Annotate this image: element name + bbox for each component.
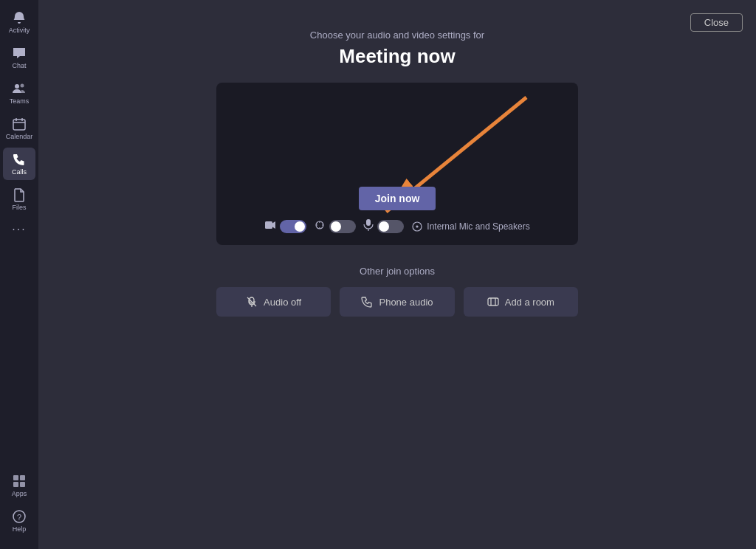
svg-text:?: ? <box>17 513 21 522</box>
svg-point-1 <box>21 84 24 88</box>
phone-audio-icon <box>361 296 373 308</box>
sidebar-item-chat[interactable]: Chat <box>3 41 35 74</box>
blur-toggle[interactable] <box>329 220 356 233</box>
svg-rect-8 <box>13 482 18 487</box>
svg-rect-21 <box>366 219 371 226</box>
mic-icon <box>363 219 374 233</box>
sidebar-item-apps[interactable]: Apps <box>3 469 35 502</box>
svg-marker-15 <box>272 221 275 229</box>
audio-off-label: Audio off <box>264 297 301 308</box>
svg-rect-6 <box>13 475 18 480</box>
audio-off-icon <box>246 296 258 308</box>
svg-point-24 <box>416 226 418 227</box>
header-section: Choose your audio and video settings for… <box>310 30 484 68</box>
sidebar-item-teams[interactable]: Teams <box>3 77 35 109</box>
video-toggle[interactable] <box>280 220 306 233</box>
audio-off-button[interactable]: Audio off <box>216 287 331 317</box>
other-options-label: Other join options <box>216 266 578 277</box>
video-preview: Join now <box>216 83 578 245</box>
other-options-section: Other join options Audio off Phone audio <box>216 266 578 317</box>
video-control-group <box>264 219 306 233</box>
sidebar-item-calendar[interactable]: Calendar <box>3 112 35 145</box>
add-room-icon <box>487 296 499 308</box>
controls-row: Internal Mic and Speakers <box>264 219 529 233</box>
blur-icon <box>314 219 326 233</box>
audio-device-label: Internal Mic and Speakers <box>427 221 529 232</box>
add-room-button[interactable]: Add a room <box>464 287 578 317</box>
sidebar-item-files[interactable]: Files <box>3 183 35 215</box>
svg-rect-14 <box>265 221 272 229</box>
svg-rect-2 <box>13 120 25 130</box>
svg-point-0 <box>15 84 19 89</box>
audio-device-selector[interactable]: Internal Mic and Speakers <box>411 221 529 232</box>
sidebar-item-calls[interactable]: Calls <box>3 148 35 180</box>
options-row: Audio off Phone audio Add a room <box>216 287 578 317</box>
close-button[interactable]: Close <box>690 13 743 32</box>
header-subtitle: Choose your audio and video settings for <box>310 30 484 41</box>
sidebar-item-more[interactable]: ··· <box>3 218 35 241</box>
add-room-label: Add a room <box>505 297 554 308</box>
svg-rect-9 <box>20 482 25 487</box>
svg-rect-28 <box>488 298 498 305</box>
sidebar-item-activity[interactable]: Activity <box>3 6 35 38</box>
blur-control-group <box>314 219 356 233</box>
sidebar: Activity Chat Teams Calendar Calls <box>0 0 38 549</box>
mic-control-group <box>363 219 404 233</box>
join-now-button[interactable]: Join now <box>359 187 436 210</box>
phone-audio-label: Phone audio <box>379 297 433 308</box>
camera-icon <box>264 219 276 233</box>
svg-rect-7 <box>20 475 25 480</box>
meeting-title: Meeting now <box>310 45 484 68</box>
mic-toggle[interactable] <box>377 220 404 233</box>
main-content: Close Choose your audio and video settin… <box>38 0 756 549</box>
sidebar-item-help[interactable]: ? Help <box>3 505 35 537</box>
phone-audio-button[interactable]: Phone audio <box>340 287 454 317</box>
